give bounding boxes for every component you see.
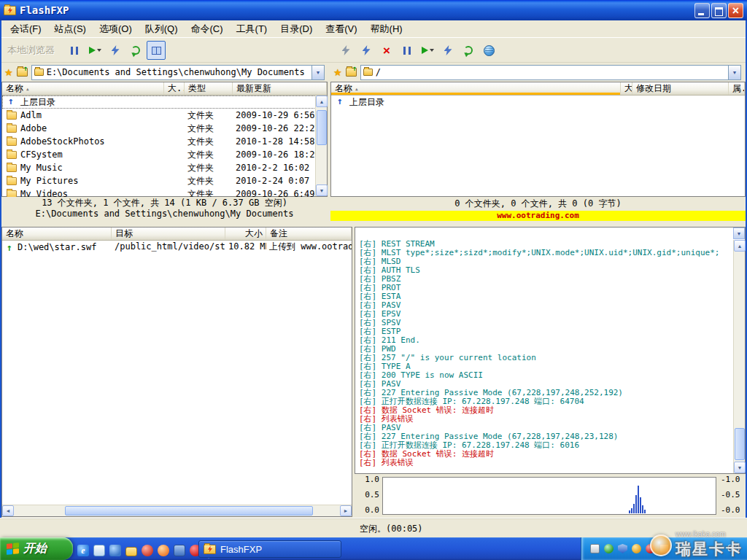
menu-item[interactable]: 会话(F) — [4, 20, 48, 38]
column-header-name[interactable]: 名称 — [331, 82, 621, 95]
local-status: 13 个文件夹, 1 个文件, 共 14 (1 KB / 6.37 GB 空闲)… — [0, 198, 329, 219]
column-header-modified[interactable]: 修改日期 — [632, 82, 729, 95]
quicklaunch-icon[interactable] — [93, 545, 105, 556]
connect-button[interactable] — [336, 41, 355, 60]
tray-icon[interactable] — [604, 544, 614, 553]
menu-item[interactable]: 队列(Q) — [139, 20, 185, 38]
minimize-button[interactable] — [694, 3, 710, 18]
quicklaunch-icon[interactable] — [158, 545, 169, 556]
menu-item[interactable]: 选项(O) — [93, 20, 139, 38]
quicklaunch-icon[interactable] — [174, 545, 185, 556]
remote-path-dropdown[interactable] — [728, 66, 740, 79]
log-dropdown[interactable] — [733, 228, 745, 239]
remote-path-combobox[interactable]: / — [360, 65, 741, 80]
log-line: [右] EPSV — [357, 310, 732, 319]
menu-item[interactable]: 命令(C) — [185, 20, 230, 38]
file-row[interactable]: AdobeStockPhotos 文件夹 2010-1-28 14:58 — [2, 135, 316, 148]
local-path-combobox[interactable]: E:\Documents and Settings\chenwuhong\My … — [31, 65, 325, 80]
local-browser-label: 本地浏览器 — [7, 44, 55, 57]
menu-item[interactable]: 目录(D) — [274, 20, 319, 38]
file-type: 文件夹 — [185, 135, 233, 148]
local-path-text[interactable]: E:\Documents and Settings\chenwuhong\My … — [47, 67, 309, 77]
remote-list-header: 名称 大.. 修改日期 属.. — [331, 82, 745, 96]
bookmarks-icon[interactable] — [4, 67, 13, 78]
window-title: FlashFXP — [20, 0, 69, 20]
site-manager-button[interactable] — [479, 41, 498, 60]
quick-connect-button[interactable] — [357, 41, 376, 60]
file-name: My Music — [20, 161, 63, 174]
file-row[interactable]: My Pictures 文件夹 2010-2-24 0:07 — [2, 174, 316, 187]
menu-item[interactable]: 帮助(H) — [364, 20, 409, 38]
refresh-remote-button[interactable] — [459, 41, 478, 60]
up-directory-button[interactable] — [346, 68, 357, 77]
app-icon[interactable] — [4, 6, 16, 15]
quicklaunch-icon[interactable] — [125, 547, 137, 556]
column-header-target[interactable]: 目标 — [112, 228, 225, 240]
pause-transfer-button[interactable] — [65, 41, 84, 60]
column-header-type[interactable]: 类型 — [185, 82, 233, 95]
close-button[interactable] — [728, 3, 743, 18]
log-line: [右] MLST type*;size*;sizd*;modify*;UNIX.… — [357, 249, 732, 257]
column-header-name[interactable]: 名称 — [2, 82, 164, 95]
remote-path-text[interactable]: / — [376, 67, 725, 77]
local-vertical-scrollbar[interactable]: ▲ ▼ — [315, 96, 327, 196]
file-row[interactable]: My Videos 文件夹 2009-10-26 6:49 — [2, 187, 316, 197]
scroll-thumb[interactable] — [65, 506, 313, 516]
tray-icon[interactable] — [590, 544, 600, 553]
log-vertical-scrollbar[interactable]: ▲ ▼ — [733, 240, 745, 473]
file-row[interactable]: My Music 文件夹 2010-2-2 16:02 — [2, 161, 316, 174]
column-header-name[interactable]: 名称 — [2, 228, 112, 240]
transfer-mode-button[interactable] — [438, 41, 457, 60]
local-path-dropdown[interactable] — [311, 66, 324, 79]
toggle-view-button[interactable] — [147, 41, 166, 60]
start-queue-button[interactable] — [418, 41, 437, 60]
queue-horizontal-scrollbar[interactable]: ◄ ► — [2, 505, 352, 516]
column-header-size[interactable]: 大小 — [225, 228, 266, 240]
start-button[interactable]: 开始 — [0, 537, 73, 560]
quicklaunch-icon[interactable] — [109, 545, 121, 556]
menu-item[interactable]: 查看(V) — [319, 20, 363, 38]
task-label: FlashFXP — [220, 544, 262, 555]
toolbar: 本地浏览器 × — [1, 38, 746, 63]
queue-row[interactable]: D:\wed\star.swf /public_html/video/star.… — [2, 241, 352, 254]
scroll-thumb[interactable] — [735, 428, 745, 460]
log-line: [右] PASV — [357, 301, 732, 310]
scroll-thumb[interactable] — [317, 110, 327, 145]
play-icon — [89, 47, 96, 54]
refresh-local-button[interactable] — [126, 41, 145, 60]
column-header-note[interactable]: 备注 — [266, 228, 352, 240]
menu-item[interactable]: 站点(S) — [48, 20, 93, 38]
quicklaunch-icon[interactable] — [142, 545, 153, 556]
schedule-button[interactable] — [106, 41, 125, 60]
menu-item[interactable]: 工具(T) — [230, 20, 274, 38]
queue-note: 上传到 www.ootrad — [266, 241, 352, 254]
column-header-attr[interactable]: 属.. — [729, 82, 745, 95]
file-icon — [7, 112, 17, 120]
bookmarks-icon[interactable] — [333, 67, 342, 78]
pause-queue-button[interactable] — [398, 41, 417, 60]
refresh-icon — [464, 46, 473, 55]
file-row[interactable]: CFSystem 文件夹 2009-10-26 18:29 — [2, 148, 316, 161]
scroll-down-button[interactable]: ▼ — [734, 462, 746, 473]
up-directory-icon — [336, 98, 346, 106]
tray-icon[interactable] — [632, 544, 641, 553]
start-transfer-button[interactable] — [85, 41, 104, 60]
quicklaunch-icon[interactable] — [77, 545, 89, 556]
scroll-up-button[interactable]: ▲ — [734, 240, 746, 252]
file-row[interactable]: Adobe 文件夹 2009-10-26 22:22 — [2, 122, 316, 135]
file-row[interactable]: Adlm 文件夹 2009-10-29 6:56 — [2, 109, 316, 122]
abort-button[interactable]: × — [377, 41, 396, 60]
tray-icon[interactable] — [618, 544, 627, 553]
restore-button[interactable] — [711, 3, 727, 18]
column-header-size[interactable]: 大.. — [164, 82, 185, 95]
scroll-left-button[interactable]: ◄ — [2, 505, 14, 516]
column-header-size[interactable]: 大.. — [621, 82, 632, 95]
taskbar-task-flashfxp[interactable]: FlashFXP — [198, 540, 341, 558]
up-directory-button[interactable] — [17, 68, 28, 77]
scroll-right-button[interactable]: ► — [340, 505, 352, 516]
file-row[interactable]: 上层目录 — [331, 96, 745, 109]
file-row[interactable]: 上层目录 — [2, 96, 316, 109]
column-header-modified[interactable]: 最新更新 — [233, 82, 327, 95]
scroll-up-button[interactable]: ▲ — [316, 96, 328, 107]
scroll-down-button[interactable]: ▼ — [316, 184, 328, 196]
